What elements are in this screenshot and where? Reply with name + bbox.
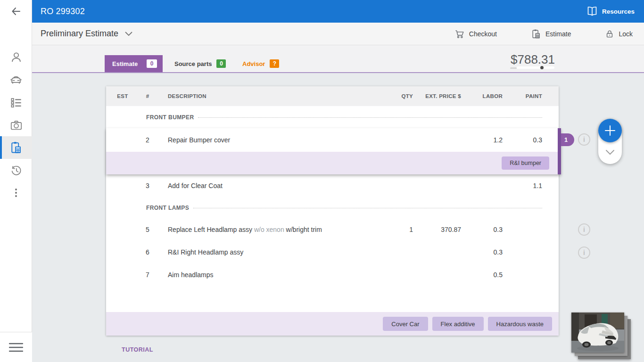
row5-option-muted: w/o xenon — [254, 226, 284, 233]
resources-label: Resources — [602, 8, 635, 15]
row3-paint: 1.1 — [503, 182, 542, 189]
flex-additive-chip[interactable]: Flex additive — [432, 317, 484, 331]
add-line-button[interactable] — [598, 119, 622, 142]
sidebar-item-checklist[interactable] — [0, 91, 32, 114]
section-label: FRONT BUMPER — [146, 114, 194, 121]
vehicle-photo-thumbnail[interactable] — [571, 313, 624, 353]
tab-strip: Estimate 0 Source parts 0 Advisor ? $788… — [32, 45, 644, 73]
col-labor: LABOR — [461, 93, 503, 99]
row3-num: 3 — [139, 182, 156, 189]
hamburger-icon — [9, 342, 23, 353]
col-description: DESCRIPTION — [156, 93, 356, 99]
cart-icon — [454, 29, 465, 39]
col-num: # — [139, 93, 156, 99]
selected-row-edge — [558, 128, 561, 174]
estimate-label: Estimate — [545, 30, 571, 38]
row7-description: Aim headlamps — [156, 271, 356, 279]
sidebar-item-estimate[interactable] — [0, 136, 32, 159]
fab-chevron-down-icon[interactable] — [604, 148, 616, 156]
row6-info-icon[interactable]: i — [578, 247, 590, 259]
book-icon — [586, 6, 598, 16]
estimate-toolbar: Preliminary Estimate Checkout — [32, 23, 644, 45]
checkout-button[interactable]: Checkout — [454, 29, 497, 39]
row3-description: Add for Clear Coat — [156, 182, 356, 189]
tab-estimate-badge: 0 — [147, 59, 157, 68]
row2-description: Repair Bumper cover — [156, 136, 356, 144]
more-vertical-icon — [10, 187, 22, 198]
row5-labor: 0.3 — [461, 226, 503, 233]
pager-dot — [540, 66, 544, 69]
estimate-clipboard-icon — [9, 141, 23, 154]
row6-description: R&I Right Headlamp assy — [156, 248, 356, 256]
plus-icon — [603, 124, 617, 137]
misc-operations-footer: Cover Car Flex additive Hazardous waste — [106, 312, 559, 336]
back-button[interactable] — [0, 0, 32, 23]
sidebar-item-photos[interactable] — [0, 114, 32, 136]
row7-num: 7 — [139, 271, 156, 279]
row2-num: 2 — [139, 136, 156, 144]
history-icon — [10, 164, 23, 177]
row6-labor: 0.3 — [461, 248, 503, 256]
tab-source-parts-badge: 0 — [216, 59, 226, 68]
row5-description: Replace Left Headlamp assy w/o xenon w/b… — [156, 226, 356, 233]
sidebar-nav — [0, 46, 32, 204]
row2-labor: 1.2 — [461, 136, 503, 144]
table-row-5[interactable]: 5 Replace Left Headlamp assy w/o xenon w… — [106, 218, 559, 241]
clipboard-calculator-icon — [531, 29, 541, 39]
row2-info-icon[interactable]: i — [578, 133, 590, 146]
table-row-3[interactable]: 3 Add for Clear Coat 1.1 — [106, 174, 559, 197]
col-ext-price: EXT. PRICE $ — [413, 93, 461, 99]
tutorial-link[interactable]: TUTORIAL — [122, 346, 153, 353]
pager-track — [517, 66, 554, 69]
estimate-type-label: Preliminary Estimate — [41, 29, 118, 39]
estimate-total: $788.31 — [507, 52, 559, 67]
resources-button[interactable]: Resources — [586, 6, 635, 16]
section-label: FRONT LAMPS — [146, 205, 189, 211]
left-sidebar — [0, 0, 32, 362]
ri-bumper-chip[interactable]: R&I bumper — [502, 156, 549, 170]
price-pager-indicator[interactable] — [517, 66, 561, 70]
sidebar-item-history[interactable] — [0, 159, 32, 181]
lock-button[interactable]: Lock — [605, 29, 633, 39]
estimate-button[interactable]: Estimate — [531, 29, 571, 39]
tab-source-parts[interactable]: Source parts 0 — [174, 55, 226, 72]
hazardous-waste-chip[interactable]: Hazardous waste — [488, 317, 552, 331]
checkout-label: Checkout — [469, 30, 497, 38]
tab-estimate[interactable]: Estimate 0 — [105, 55, 163, 72]
camera-icon — [10, 119, 23, 132]
checklist-icon — [10, 96, 23, 109]
menu-button[interactable] — [0, 332, 32, 362]
sidebar-item-vehicle[interactable] — [0, 68, 32, 91]
row5-qty: 1 — [356, 226, 413, 233]
damaged-vehicle-photo — [571, 313, 624, 353]
tab-advisor[interactable]: Advisor ? — [242, 55, 279, 72]
row2-included-operations: R&I bumper — [106, 152, 561, 174]
sidebar-item-more[interactable] — [0, 181, 32, 204]
row5-info-icon[interactable]: i — [578, 223, 590, 236]
back-arrow-icon — [10, 6, 22, 17]
tab-advisor-label: Advisor — [242, 60, 265, 67]
tab-advisor-badge: ? — [270, 59, 279, 68]
section-divider — [193, 208, 542, 208]
tab-estimate-label: Estimate — [112, 60, 138, 67]
estimate-type-dropdown[interactable]: Preliminary Estimate — [41, 29, 132, 39]
section-divider — [198, 117, 542, 118]
col-est: EST — [106, 93, 139, 99]
toolbar-actions: Checkout Estimate — [454, 29, 633, 39]
table-header-row: EST # DESCRIPTION QTY EXT. PRICE $ LABOR… — [106, 86, 559, 106]
row5-num: 5 — [139, 226, 156, 233]
col-paint: PAINT — [503, 93, 542, 99]
cover-car-chip[interactable]: Cover Car — [383, 317, 428, 331]
table-row-6[interactable]: 6 R&I Right Headlamp assy 0.3 — [106, 241, 559, 263]
sidebar-item-customer[interactable] — [0, 46, 32, 68]
car-icon — [9, 73, 23, 86]
ro-title: RO 299302 — [41, 7, 85, 16]
lock-icon — [605, 29, 614, 39]
row5-ext-price: 370.87 — [413, 226, 461, 233]
table-row-7[interactable]: 7 Aim headlamps 0.5 — [106, 263, 559, 286]
app-bar: RO 299302 Resources — [32, 0, 644, 23]
lock-label: Lock — [619, 30, 633, 38]
main-content: EST # DESCRIPTION QTY EXT. PRICE $ LABOR… — [32, 73, 644, 362]
row6-num: 6 — [139, 248, 156, 256]
table-row-2[interactable]: 2 Repair Bumper cover 1.2 0.3 — [106, 128, 561, 152]
